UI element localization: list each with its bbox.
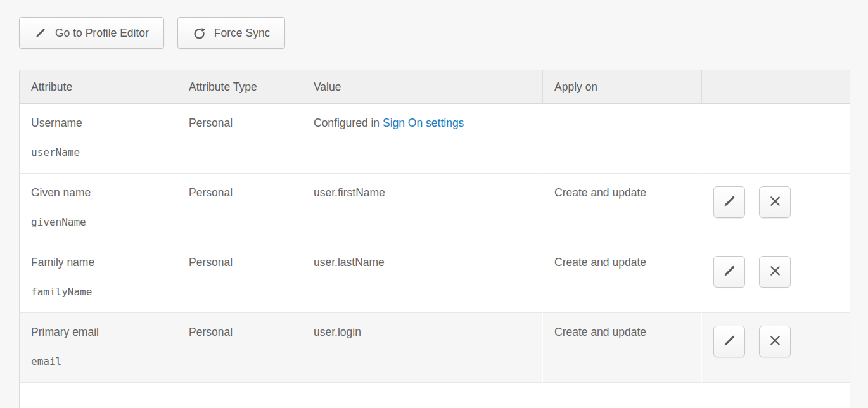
pencil-icon bbox=[722, 264, 737, 280]
attribute-variable-name: givenName bbox=[31, 216, 165, 228]
apply-on-cell: Create and update bbox=[543, 313, 702, 383]
value-text: user.lastName bbox=[314, 256, 385, 269]
table-row: Family namefamilyNamePersonaluser.lastNa… bbox=[19, 243, 850, 313]
pencil-icon bbox=[722, 333, 737, 350]
value-cell: Configured in Sign On settings bbox=[302, 104, 543, 174]
actions-cell bbox=[702, 174, 850, 243]
value-cell: user.login bbox=[302, 313, 543, 383]
attribute-variable-name: email bbox=[31, 355, 165, 367]
pencil-icon bbox=[722, 194, 737, 210]
column-header-apply-on: Apply on bbox=[543, 70, 702, 104]
attribute-cell: Family namefamilyName bbox=[19, 243, 177, 313]
value-cell: user.lastName bbox=[302, 243, 543, 313]
table-row bbox=[19, 383, 850, 408]
attribute-type-cell: Personal bbox=[177, 243, 302, 313]
value-text: Configured in bbox=[314, 117, 383, 129]
table-row: Given namegivenNamePersonaluser.firstNam… bbox=[19, 174, 850, 243]
table-row: UsernameuserNamePersonalConfigured in Si… bbox=[19, 104, 850, 174]
attribute-cell: Given namegivenName bbox=[19, 174, 177, 243]
empty-cell bbox=[702, 383, 850, 408]
force-sync-button[interactable]: Force Sync bbox=[177, 17, 286, 49]
remove-attribute-button[interactable] bbox=[759, 326, 791, 357]
column-header-attribute: Attribute bbox=[19, 70, 177, 104]
attribute-cell: Primary emailemail bbox=[19, 313, 177, 383]
table-header-row: AttributeAttribute TypeValueApply on bbox=[19, 70, 850, 104]
value-cell: user.firstName bbox=[302, 174, 543, 243]
toolbar: Go to Profile Editor Force Sync bbox=[0, 0, 868, 49]
x-icon bbox=[768, 333, 782, 350]
apply-on-cell bbox=[543, 104, 702, 174]
edit-attribute-button[interactable] bbox=[713, 186, 745, 218]
attribute-display-name: Primary email bbox=[31, 326, 165, 339]
attribute-type-cell: Personal bbox=[177, 104, 302, 174]
column-header-value: Value bbox=[302, 70, 543, 104]
empty-cell bbox=[177, 383, 302, 408]
attribute-mappings-table: AttributeAttribute TypeValueApply on Use… bbox=[19, 70, 850, 408]
empty-cell bbox=[302, 383, 543, 408]
empty-cell bbox=[543, 383, 702, 408]
actions-cell bbox=[702, 104, 850, 174]
value-text: user.login bbox=[314, 326, 361, 338]
edit-attribute-button[interactable] bbox=[713, 326, 745, 357]
remove-attribute-button[interactable] bbox=[759, 186, 791, 218]
apply-on-cell: Create and update bbox=[543, 243, 702, 313]
x-icon bbox=[768, 194, 782, 210]
attribute-display-name: Given name bbox=[31, 186, 165, 200]
attribute-cell: UsernameuserName bbox=[19, 104, 177, 174]
refresh-icon bbox=[193, 27, 206, 40]
attribute-display-name: Username bbox=[31, 117, 165, 130]
remove-attribute-button[interactable] bbox=[759, 256, 791, 288]
go-to-profile-editor-button[interactable]: Go to Profile Editor bbox=[19, 17, 164, 49]
attribute-variable-name: familyName bbox=[31, 286, 165, 298]
edit-attribute-button[interactable] bbox=[713, 256, 745, 288]
attribute-type-cell: Personal bbox=[177, 174, 302, 243]
attribute-type-cell: Personal bbox=[177, 313, 302, 383]
force-sync-label: Force Sync bbox=[214, 27, 271, 40]
actions-cell bbox=[702, 313, 850, 383]
column-header-attribute-type: Attribute Type bbox=[177, 70, 302, 104]
actions-cell bbox=[702, 243, 850, 313]
sign-on-settings-link[interactable]: Sign On settings bbox=[383, 117, 464, 129]
attribute-variable-name: userName bbox=[31, 146, 165, 158]
attribute-display-name: Family name bbox=[31, 256, 165, 269]
table-row: Primary emailemailPersonaluser.loginCrea… bbox=[19, 313, 850, 383]
go-to-profile-editor-label: Go to Profile Editor bbox=[55, 27, 149, 40]
empty-cell bbox=[19, 383, 177, 408]
x-icon bbox=[768, 264, 782, 280]
apply-on-cell: Create and update bbox=[543, 174, 702, 243]
pencil-icon bbox=[34, 27, 47, 39]
column-header-actions bbox=[702, 70, 850, 104]
value-text: user.firstName bbox=[314, 186, 385, 199]
